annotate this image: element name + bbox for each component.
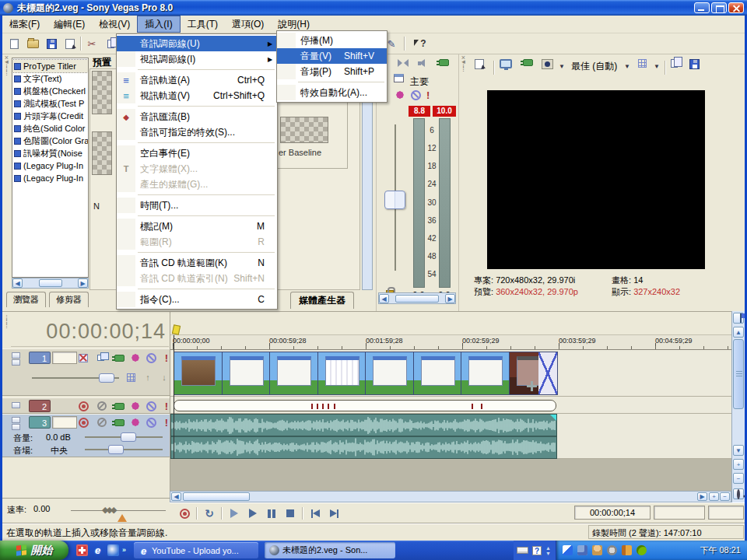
scrollbar-thumb[interactable] bbox=[39, 279, 62, 287]
scrub-position-indicator[interactable] bbox=[117, 514, 127, 522]
track-header-audio-2-selected[interactable]: 3 ! 音量: 0.0 dB 音場: 中央 bbox=[2, 414, 170, 457]
insert-menu-item[interactable]: 視訊調節線(I) ▶ bbox=[117, 51, 277, 67]
generator-list-item[interactable]: 訊噪材質(Noise bbox=[12, 147, 88, 159]
track-minimize-button[interactable] bbox=[12, 417, 20, 423]
preview-quality-button[interactable] bbox=[542, 59, 553, 69]
close-button[interactable] bbox=[728, 2, 744, 13]
open-button[interactable] bbox=[24, 36, 41, 51]
insert-menu-item[interactable]: 標記(M) M ▶ bbox=[117, 219, 277, 234]
record-button[interactable] bbox=[176, 506, 193, 520]
scroll-left-icon[interactable]: ◀ bbox=[12, 278, 23, 288]
cut-button[interactable]: ✂ bbox=[83, 36, 100, 51]
automation-settings-icon[interactable] bbox=[124, 371, 137, 383]
track-minimize-button[interactable] bbox=[12, 402, 20, 408]
title-bar[interactable]: 未標題的2.veg - Sony Vegas Pro 8.0 bbox=[0, 0, 747, 16]
make-compositing-child-icon[interactable]: ↓ bbox=[158, 371, 170, 383]
chevron-down-icon[interactable]: ▼ bbox=[624, 63, 630, 70]
timeline-empty-area[interactable] bbox=[170, 459, 731, 491]
tray-nvidia-icon[interactable] bbox=[637, 545, 647, 555]
help-icon[interactable]: ? bbox=[532, 546, 542, 555]
play-button[interactable] bbox=[244, 506, 261, 520]
quicklaunch-firstaid-icon[interactable] bbox=[76, 544, 88, 556]
event-corner-handle[interactable] bbox=[550, 415, 556, 421]
insert-menu-item[interactable]: 文字媒體(X)... ▶ bbox=[117, 161, 277, 177]
preset-thumbnail[interactable] bbox=[92, 71, 112, 114]
preview-quality-label[interactable]: 最佳 (自動) bbox=[571, 60, 617, 73]
tray-launch-icon[interactable] bbox=[563, 545, 573, 555]
insert-menu-item[interactable]: 音訊 CD 軌道索引(N) Shift+N ▶ bbox=[117, 271, 277, 286]
zoom-in-time-button[interactable]: + bbox=[709, 492, 719, 501]
gear-icon[interactable] bbox=[129, 416, 142, 429]
timeline-horizontal-scrollbar[interactable]: ◀ ▶ + − bbox=[170, 491, 731, 502]
submenu-item[interactable] bbox=[277, 79, 387, 85]
preset-thumbnail[interactable] bbox=[92, 131, 112, 175]
track-fx-icon[interactable] bbox=[113, 400, 125, 412]
volume-slider-handle[interactable] bbox=[121, 432, 136, 442]
edit-cursor[interactable] bbox=[174, 335, 174, 459]
insert-menu-item[interactable]: 音訊軌道(A) Ctrl+Q ▶ bbox=[117, 72, 277, 88]
submenu-item[interactable]: 音量(V) Shift+V bbox=[277, 48, 387, 64]
scroll-right-icon[interactable]: ▶ bbox=[78, 278, 88, 288]
insert-menu-item[interactable]: 視訊軌道(V) Ctrl+Shift+Q ▶ bbox=[117, 88, 277, 103]
scrub-control[interactable]: ◆◆◆ bbox=[102, 505, 114, 515]
bypass-motion-blur-icon[interactable] bbox=[77, 352, 89, 364]
save-button[interactable] bbox=[43, 36, 60, 51]
submenu-item[interactable]: 停播(M) bbox=[277, 33, 387, 48]
play-from-start-button[interactable] bbox=[226, 506, 243, 520]
mute-icon[interactable] bbox=[145, 400, 157, 412]
quicklaunch-ie-icon[interactable]: e bbox=[92, 544, 103, 556]
minimize-button[interactable] bbox=[694, 2, 710, 13]
insert-menu-item[interactable]: 產生的媒體(G)... ▶ bbox=[117, 177, 277, 192]
generator-list-item[interactable]: 色階圖(Color Gra bbox=[12, 135, 88, 147]
invert-phase-icon[interactable] bbox=[96, 416, 108, 429]
generator-list-item[interactable]: ProType Titler bbox=[12, 60, 88, 72]
insert-menu-item[interactable]: 音訊 CD 軌道範圍(K) N ▶ bbox=[117, 255, 277, 271]
pane-grip[interactable]: ×◂⁞⁞ bbox=[460, 56, 467, 149]
pause-button[interactable] bbox=[263, 506, 280, 520]
language-bar[interactable]: ? ▲▼ bbox=[514, 541, 556, 560]
tray-settings-icon[interactable] bbox=[607, 545, 617, 555]
copy-frame-button[interactable] bbox=[671, 59, 678, 68]
track-restore-button[interactable] bbox=[12, 424, 20, 430]
tray-user-icon[interactable] bbox=[592, 545, 602, 555]
scrollbar-thumb[interactable] bbox=[395, 295, 439, 303]
generator-list-scrollbar[interactable]: ◀ ▶ bbox=[12, 278, 89, 289]
track-minimize-button[interactable] bbox=[12, 352, 20, 359]
dock-tab[interactable]: 修剪器 bbox=[49, 292, 89, 307]
zoom-out-time-button[interactable]: − bbox=[720, 492, 730, 501]
timeline-vertical-scrollbar[interactable]: ▲ ▼ + − bbox=[731, 311, 745, 502]
track-number-badge[interactable]: 2 bbox=[29, 400, 51, 412]
make-compositing-parent-icon[interactable]: ↑ bbox=[142, 371, 154, 383]
menubar-item[interactable]: 選項(O) bbox=[225, 16, 271, 33]
video-fx-button[interactable] bbox=[523, 59, 533, 66]
generator-list-item[interactable]: 棋盤格(Checkerl bbox=[12, 85, 88, 97]
insert-menu-item[interactable]: 範圍(R) R ▶ bbox=[117, 234, 277, 250]
menubar-item[interactable]: 工具(T) bbox=[181, 16, 225, 33]
mute-icon[interactable] bbox=[411, 90, 421, 100]
level-slider-handle[interactable] bbox=[99, 373, 114, 383]
cursor-timecode-box[interactable]: 00:00:00;14 bbox=[574, 506, 651, 520]
menubar-item[interactable]: 檔案(F) bbox=[2, 16, 47, 33]
invert-phase-icon[interactable] bbox=[96, 400, 108, 412]
taskbar-task-vegas[interactable]: 未標題的2.veg - Son... bbox=[265, 542, 395, 558]
arm-record-icon[interactable] bbox=[77, 400, 89, 412]
external-monitor-button[interactable] bbox=[500, 59, 512, 68]
master-fader-handle[interactable] bbox=[384, 191, 405, 209]
scroll-down-icon[interactable]: ▼ bbox=[733, 445, 744, 456]
insert-menu-item[interactable]: ▶ bbox=[117, 103, 277, 109]
audio-event-sparse[interactable] bbox=[174, 400, 556, 411]
mute-icon[interactable] bbox=[145, 352, 157, 364]
insert-menu-item[interactable]: 音訊可指定的特效(S)... ▶ bbox=[117, 124, 277, 140]
track-header-video[interactable]: 1 ! ↑ ↓ bbox=[2, 348, 170, 396]
submenu-item[interactable]: 特效自動化(A)... bbox=[277, 85, 387, 100]
insert-menu-item[interactable]: 音訊匯流(B) ▶ bbox=[117, 109, 277, 124]
scroll-right-icon[interactable]: ▶ bbox=[445, 294, 455, 303]
insert-menu-item[interactable]: ▶ bbox=[117, 140, 277, 145]
dock-tab[interactable]: 瀏覽器 bbox=[6, 292, 46, 307]
gear-icon[interactable] bbox=[129, 400, 142, 412]
new-project-button[interactable] bbox=[5, 36, 23, 51]
generator-list-item[interactable]: 文字(Text) bbox=[12, 72, 88, 85]
peak-value-right[interactable]: 10.0 bbox=[433, 106, 456, 117]
arm-record-icon[interactable] bbox=[77, 416, 89, 429]
track-number-badge[interactable]: 3 bbox=[29, 416, 51, 429]
